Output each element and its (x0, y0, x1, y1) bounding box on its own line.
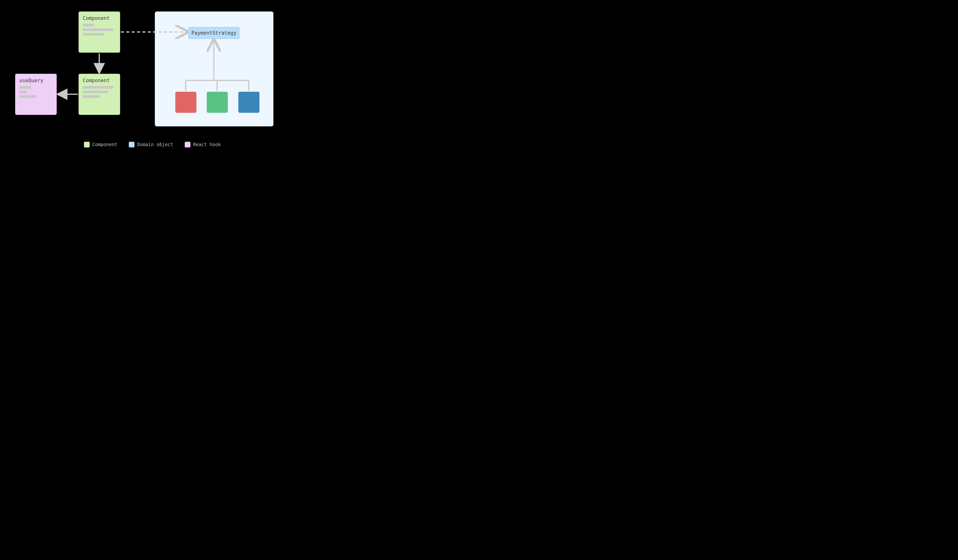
placeholder-line (83, 28, 113, 31)
component-top-title: Component (83, 15, 116, 21)
placeholder-line (83, 95, 100, 98)
component-bottom-title: Component (83, 78, 116, 83)
component-top-box: Component (79, 11, 120, 53)
payment-strategy-label: PaymentStrategy (191, 30, 236, 36)
placeholder-line (83, 24, 94, 27)
legend-item-hook: React hook (185, 142, 221, 147)
placeholder-line (19, 90, 27, 93)
placeholder-line (19, 95, 36, 98)
legend: Component Domain object React hook (84, 142, 221, 147)
payment-strategy-box: PaymentStrategy (188, 27, 240, 39)
placeholder-line (83, 33, 104, 36)
strategy-impl-blue (238, 92, 259, 113)
legend-label-domain: Domain object (137, 142, 173, 147)
use-query-box: useQuery (15, 74, 57, 115)
strategy-impl-green (207, 92, 228, 113)
strategy-impl-red (175, 92, 197, 113)
legend-swatch-domain (129, 142, 135, 147)
placeholder-line (83, 86, 113, 89)
placeholder-line (83, 90, 108, 93)
legend-swatch-component (84, 142, 90, 147)
legend-label-component: Component (92, 142, 117, 147)
legend-label-hook: React hook (193, 142, 221, 147)
component-bottom-box: Component (79, 74, 120, 115)
use-query-title: useQuery (19, 78, 52, 83)
legend-swatch-hook (185, 142, 190, 147)
legend-item-component: Component (84, 142, 117, 147)
legend-item-domain: Domain object (129, 142, 173, 147)
placeholder-line (19, 86, 31, 89)
